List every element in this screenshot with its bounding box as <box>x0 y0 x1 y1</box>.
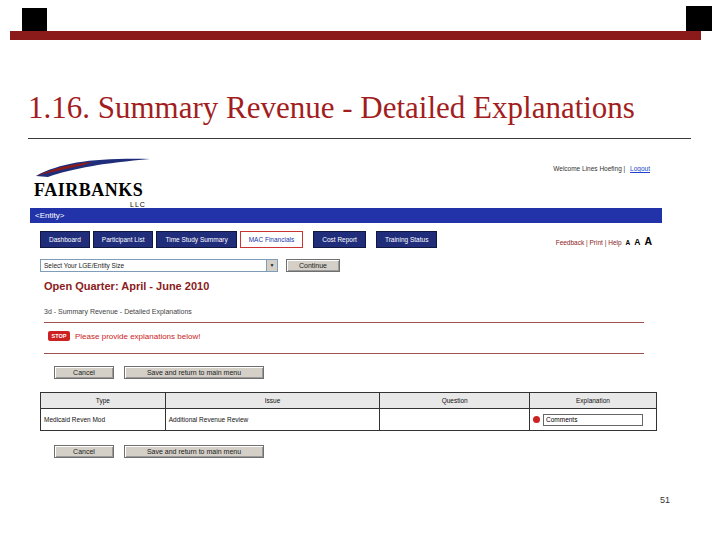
alert-message: Please provide explanations below! <box>75 332 200 341</box>
logo-wordmark: FAIRBANKS <box>34 180 184 201</box>
cell-type: Medicaid Reven Mod <box>41 409 166 431</box>
action-buttons-top: Cancel Save and return to main menu <box>54 366 264 379</box>
cancel-button-bottom[interactable]: Cancel <box>54 445 114 458</box>
column-header-question: Question <box>380 393 530 409</box>
nav-mac-financials[interactable]: MAC Financials <box>240 231 304 248</box>
fairbanks-logo-swoosh-icon <box>34 156 154 178</box>
welcome-bar: Welcome Lines Hoefing | Logout <box>553 165 650 172</box>
explanations-table: Type Issue Question Explanation Medicaid… <box>40 392 657 431</box>
stop-alert: STOP Please provide explanations below! <box>48 330 200 342</box>
slide-title: 1.16. Summary Revenue - Detailed Explana… <box>28 90 698 126</box>
section-divider-bottom <box>44 353 644 354</box>
top-accent-bar <box>10 31 701 40</box>
cancel-button[interactable]: Cancel <box>54 366 114 379</box>
section-divider-top <box>44 322 644 323</box>
fairbanks-logo: FAIRBANKS LLC <box>34 156 184 210</box>
section-breadcrumb: 3d - Summary Revenue - Detailed Explanat… <box>44 308 192 315</box>
lge-filter-row: Select Your LGE/Entity Size ▼ Continue <box>40 259 340 273</box>
cell-issue: Additional Revenue Review <box>165 409 380 431</box>
utility-links: Feedback | Print | Help A A A <box>556 235 652 247</box>
stop-sign-icon: STOP <box>48 331 70 341</box>
title-underline <box>28 138 691 139</box>
entity-select-bar[interactable]: <Entity> <box>30 208 662 223</box>
table-header-row: Type Issue Question Explanation <box>41 393 657 409</box>
presentation-slide: 1.16. Summary Revenue - Detailed Explana… <box>0 0 720 540</box>
action-buttons-bottom: Cancel Save and return to main menu <box>54 445 264 458</box>
font-size-large-button[interactable]: A <box>644 235 652 247</box>
open-quarter-label: Open Quarter: April - June 2010 <box>44 280 209 292</box>
entity-select-label: <Entity> <box>35 211 64 220</box>
main-navigation: Dashboard Participant List Time Study Su… <box>40 231 437 248</box>
top-right-accent-square <box>686 6 712 31</box>
column-header-issue: Issue <box>165 393 380 409</box>
nav-time-study-summary[interactable]: Time Study Summary <box>156 231 236 248</box>
cell-question <box>380 409 530 431</box>
nav-participant-list[interactable]: Participant List <box>93 231 154 248</box>
font-size-small-button[interactable]: A <box>626 239 631 246</box>
table-row: Medicaid Reven Mod Additional Revenue Re… <box>41 409 657 431</box>
cell-explanation <box>530 409 657 431</box>
lge-size-select[interactable]: Select Your LGE/Entity Size ▼ <box>40 259 278 272</box>
required-marker-icon <box>533 416 540 423</box>
page-number: 51 <box>660 495 670 505</box>
continue-button[interactable]: Continue <box>286 259 340 272</box>
nav-training-status[interactable]: Training Status <box>376 231 437 248</box>
nav-cost-report[interactable]: Cost Report <box>313 231 366 248</box>
nav-dashboard[interactable]: Dashboard <box>40 231 90 248</box>
welcome-text: Welcome Lines Hoefing | <box>553 165 625 172</box>
comments-input[interactable] <box>543 414 643 426</box>
utility-links-text[interactable]: Feedback | Print | Help <box>556 239 622 246</box>
app-screenshot: FAIRBANKS LLC Welcome Lines Hoefing | Lo… <box>30 150 662 465</box>
chevron-down-icon[interactable]: ▼ <box>266 260 277 271</box>
logo-suffix: LLC <box>130 201 184 208</box>
save-return-button[interactable]: Save and return to main menu <box>124 366 264 379</box>
logout-link[interactable]: Logout <box>630 165 650 172</box>
column-header-explanation: Explanation <box>530 393 657 409</box>
lge-size-select-value: Select Your LGE/Entity Size <box>44 262 124 269</box>
column-header-type: Type <box>41 393 166 409</box>
save-return-button-bottom[interactable]: Save and return to main menu <box>124 445 264 458</box>
font-size-medium-button[interactable]: A <box>634 237 640 247</box>
